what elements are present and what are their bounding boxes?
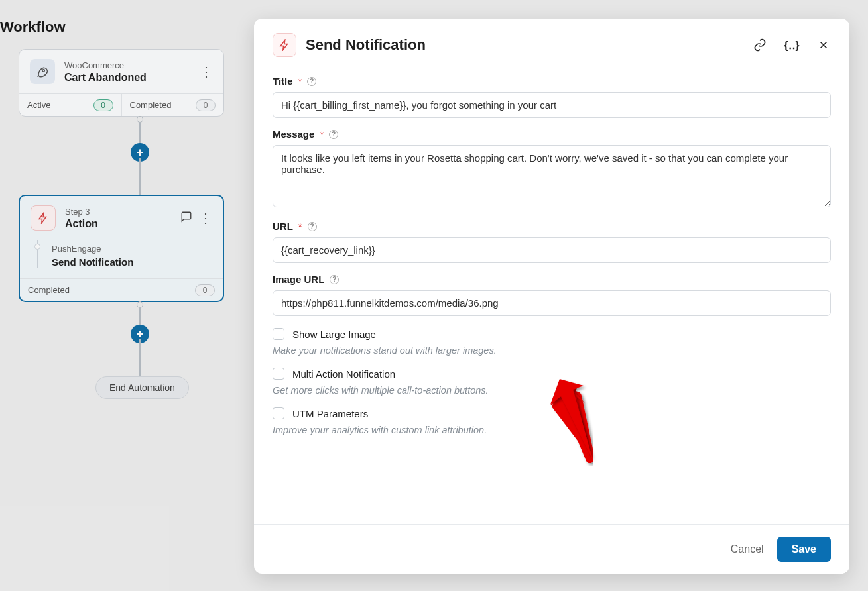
help-icon[interactable]: ? (308, 222, 317, 231)
send-notification-modal: Send Notification {‥} Title*? Message*? … (254, 19, 849, 574)
close-icon[interactable] (816, 38, 831, 52)
large-image-desc: Make your notifications stand out with l… (273, 345, 831, 356)
url-input[interactable] (273, 237, 831, 263)
large-image-checkbox[interactable] (273, 328, 284, 340)
utm-checkbox[interactable] (273, 407, 284, 419)
save-button[interactable]: Save (777, 537, 831, 562)
image-url-input[interactable] (273, 290, 831, 316)
title-input[interactable] (273, 92, 831, 118)
multi-action-label: Multi Action Notification (292, 368, 395, 380)
image-url-label: Image URL? (273, 274, 831, 285)
link-icon[interactable] (753, 38, 767, 52)
message-input[interactable] (273, 145, 831, 207)
cancel-button[interactable]: Cancel (731, 543, 764, 555)
message-label: Message*? (273, 129, 831, 140)
title-label: Title*? (273, 76, 831, 87)
merge-tag-icon[interactable]: {‥} (784, 38, 799, 52)
help-icon[interactable]: ? (330, 275, 339, 284)
url-label: URL*? (273, 221, 831, 232)
help-icon[interactable]: ? (329, 130, 338, 139)
utm-label: UTM Parameters (292, 408, 368, 419)
large-image-label: Show Large Image (292, 329, 376, 340)
help-icon[interactable]: ? (307, 77, 316, 86)
multi-action-desc: Get more clicks with multiple call-to-ac… (273, 385, 831, 396)
utm-desc: Improve your analytics with custom link … (273, 425, 831, 435)
multi-action-checkbox[interactable] (273, 368, 284, 380)
lightning-icon (273, 33, 296, 57)
modal-title: Send Notification (306, 36, 426, 54)
